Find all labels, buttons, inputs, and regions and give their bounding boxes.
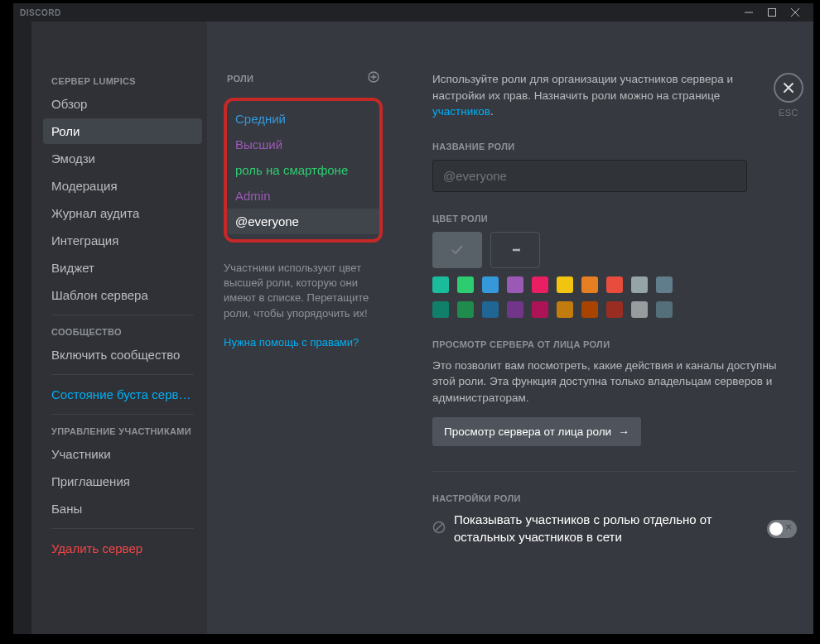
color-swatch[interactable]: [631, 276, 648, 293]
intro-text: Используйте роли для организации участни…: [432, 71, 780, 120]
minimize-button[interactable]: [737, 3, 760, 22]
sidebar-item-audit-log[interactable]: Журнал аудита: [43, 200, 202, 226]
sidebar-item-roles[interactable]: Роли: [43, 118, 202, 144]
color-swatch[interactable]: [606, 301, 623, 318]
svg-rect-0: [769, 9, 776, 17]
color-swatch[interactable]: [432, 276, 449, 293]
color-swatch[interactable]: [532, 301, 548, 318]
guild-rail: [13, 22, 31, 634]
sidebar-item-members[interactable]: Участники: [43, 441, 202, 467]
role-item-everyone[interactable]: @everyone: [227, 209, 379, 234]
color-swatch[interactable]: [606, 276, 623, 293]
color-swatch[interactable]: [507, 301, 523, 318]
role-settings-label: НАСТРОЙКИ РОЛИ: [432, 493, 797, 503]
color-swatch[interactable]: [432, 301, 449, 318]
role-item[interactable]: роль на смартфоне: [227, 157, 379, 183]
color-swatch[interactable]: [581, 301, 598, 318]
role-item[interactable]: Admin: [227, 183, 379, 209]
color-swatch[interactable]: [581, 276, 598, 293]
role-name-label: НАЗВАНИЕ РОЛИ: [432, 142, 797, 151]
color-swatch[interactable]: [507, 276, 523, 293]
setting-display-separately: Показывать участников с ролью отдельно о…: [432, 512, 797, 545]
color-swatch[interactable]: [656, 276, 673, 293]
esc-label: ESC: [774, 108, 803, 118]
sidebar-item-moderation[interactable]: Модерация: [43, 173, 202, 199]
color-palette-row2: [432, 301, 697, 318]
prohibited-icon: [432, 521, 446, 537]
color-custom-swatch[interactable]: [490, 232, 540, 268]
color-swatch[interactable]: [482, 301, 499, 318]
sidebar-item-template[interactable]: Шаблон сервера: [43, 282, 202, 308]
esc-button[interactable]: ESC: [774, 73, 803, 118]
role-item[interactable]: Средний: [227, 106, 379, 132]
sidebar-item-overview[interactable]: Обзор: [43, 91, 202, 117]
role-name-input[interactable]: @everyone: [432, 160, 747, 192]
roles-help-link[interactable]: Нужна помощь с правами?: [224, 336, 383, 348]
preview-server-button[interactable]: Просмотр сервера от лица роли →: [432, 417, 641, 446]
members-link[interactable]: участников: [432, 105, 490, 118]
sidebar-item-emoji[interactable]: Эмодзи: [43, 146, 202, 171]
role-detail-column: ESC Используйте роли для организации уча…: [399, 22, 813, 634]
app-title: DISCORD: [20, 8, 61, 17]
close-icon[interactable]: [774, 73, 803, 103]
color-swatch[interactable]: [457, 276, 474, 293]
color-swatch[interactable]: [656, 301, 673, 318]
sidebar-item-widget[interactable]: Виджет: [43, 255, 202, 281]
app-window: DISCORD СЕРВЕР LUMPICS Обзор Роли Эмодзи…: [13, 3, 813, 634]
sidebar-item-integrations[interactable]: Интеграция: [43, 228, 202, 253]
sidebar-item-enable-community[interactable]: Включить сообщество: [43, 342, 202, 368]
color-swatch[interactable]: [631, 301, 648, 318]
eyedropper-icon: [509, 243, 523, 257]
preview-desc: Это позволит вам посмотреть, какие дейст…: [432, 358, 789, 406]
sidebar-section-members: УПРАВЛЕНИЕ УЧАСТНИКАМИ: [43, 421, 202, 440]
color-swatch[interactable]: [532, 276, 548, 293]
role-color-label: ЦВЕТ РОЛИ: [432, 214, 797, 223]
sidebar-item-bans[interactable]: Баны: [43, 496, 202, 521]
sidebar-section-server: СЕРВЕР LUMPICS: [43, 71, 202, 89]
color-swatch[interactable]: [457, 301, 474, 318]
settings-sidebar: СЕРВЕР LUMPICS Обзор Роли Эмодзи Модерац…: [31, 22, 207, 634]
sidebar-item-delete-server[interactable]: Удалить сервер: [43, 536, 202, 561]
roles-heading: РОЛИ: [227, 74, 253, 84]
color-swatch[interactable]: [557, 276, 573, 293]
color-palette-row1: [432, 276, 697, 293]
add-role-icon[interactable]: [368, 71, 379, 86]
toggle-display-separately[interactable]: ✕: [767, 520, 797, 538]
roles-order-note: Участники используют цвет высшей роли, к…: [224, 261, 383, 321]
arrow-right-icon: →: [618, 425, 629, 438]
roles-list-column: РОЛИ Средний Высший роль на смартфоне Ad…: [207, 22, 399, 634]
sidebar-item-boost-status[interactable]: Состояние буста серв…: [43, 382, 202, 407]
sidebar-item-invites[interactable]: Приглашения: [43, 469, 202, 494]
close-button[interactable]: [784, 3, 807, 22]
roles-list-highlight: Средний Высший роль на смартфоне Admin @…: [224, 98, 383, 243]
color-default-swatch[interactable]: [432, 232, 482, 268]
titlebar: DISCORD: [13, 3, 813, 22]
setting-label: Показывать участников с ролью отдельно о…: [454, 512, 759, 545]
preview-label: ПРОСМОТР СЕРВЕРА ОТ ЛИЦА РОЛИ: [432, 339, 797, 349]
role-item[interactable]: Высший: [227, 132, 379, 157]
color-swatch[interactable]: [557, 301, 573, 318]
maximize-button[interactable]: [760, 3, 784, 22]
color-swatch[interactable]: [482, 276, 499, 293]
sidebar-section-community: СООБЩЕСТВО: [43, 322, 202, 340]
